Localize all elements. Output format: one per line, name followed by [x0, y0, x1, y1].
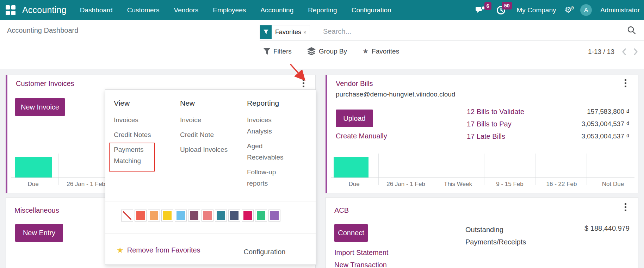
remove-from-favorites-button[interactable]: ★ Remove from Favorites	[117, 246, 200, 254]
stat-row: 12 Bills to Validate 157,583,800 ₫	[467, 107, 630, 117]
dropdown-header: Reporting	[247, 99, 296, 107]
create-manually-link[interactable]: Create Manually	[336, 132, 387, 140]
kebab-menu-icon[interactable]	[622, 202, 629, 212]
filter-funnel-icon	[264, 48, 270, 55]
breadcrumb: Accounting Dashboard	[7, 20, 78, 40]
journal-title[interactable]: Customer Invoices	[16, 80, 74, 88]
chart-label: 26 Jan - 1 Feb	[380, 181, 432, 188]
menu-item-invoices-analysis[interactable]: Invoices Analysis	[247, 114, 296, 137]
app-name[interactable]: Accounting	[22, 5, 67, 15]
stat-value: 157,583,800 ₫	[587, 108, 630, 116]
dropdown-header: New	[180, 99, 243, 107]
kebab-menu-icon[interactable]	[622, 79, 629, 88]
search-icon[interactable]	[627, 26, 636, 36]
late-bills-link[interactable]: 17 Late Bills	[467, 132, 505, 141]
chart-gridline	[58, 154, 59, 185]
new-entry-button[interactable]: New Entry	[15, 224, 63, 242]
menu-item-payments-matching[interactable]: Payments Matching	[114, 144, 167, 167]
dropdown-column-reporting: Reporting Invoices Analysis Aged Receiva…	[247, 99, 296, 193]
kebab-menu-icon[interactable]	[300, 79, 307, 88]
color-swatch[interactable]	[135, 210, 147, 222]
menu-item-credit-notes[interactable]: Credit Notes	[114, 129, 167, 141]
messages-icon[interactable]: 6	[476, 6, 485, 14]
favorites-button[interactable]: ★ Favorites	[363, 48, 399, 55]
pager-range: 1-13 / 13	[588, 48, 614, 56]
pager: 1-13 / 13	[588, 48, 638, 56]
menu-item-follow-up-reports[interactable]: Follow-up reports	[247, 167, 296, 189]
bills-to-validate-link[interactable]: 12 Bills to Validate	[467, 108, 524, 116]
journal-title[interactable]: Miscellaneous	[14, 206, 59, 214]
chart-gridline	[430, 154, 430, 185]
configuration-button[interactable]: Configuration	[213, 248, 316, 256]
color-swatch[interactable]	[255, 210, 267, 222]
new-invoice-button[interactable]: New Invoice	[15, 98, 65, 116]
color-swatch[interactable]	[228, 210, 240, 222]
chart-label: This Week	[432, 181, 484, 188]
color-swatch[interactable]	[202, 210, 213, 222]
settings-gears-icon[interactable]: ⚙⚙	[564, 6, 572, 14]
stat-row: 17 Late Bills 3,053,004,537 ₫	[467, 131, 630, 141]
control-row: Filters Group By ★ Favorites 1-13 / 13	[0, 42, 644, 68]
color-palette	[121, 210, 280, 222]
breadcrumb-search-row: Accounting Dashboard Favorites ×	[0, 20, 644, 42]
stat-value: $ 188,440.979	[584, 224, 630, 232]
messages-badge: 6	[484, 2, 491, 10]
menu-customers[interactable]: Customers	[127, 6, 160, 14]
bills-to-pay-link[interactable]: 17 Bills to Pay	[467, 120, 512, 128]
group-by-button[interactable]: Group By	[307, 47, 347, 55]
activities-icon[interactable]: 50	[496, 6, 506, 15]
journal-title[interactable]: ACB	[334, 206, 349, 214]
menu-accounting[interactable]: Accounting	[260, 6, 293, 14]
user-menu[interactable]: Administrator	[600, 6, 640, 14]
remove-facet-icon[interactable]: ×	[303, 29, 310, 35]
facet-label: Favorites	[272, 29, 303, 36]
filters-button[interactable]: Filters	[264, 48, 292, 55]
upload-button[interactable]: Upload	[336, 110, 373, 127]
menu-item-aged-receivables[interactable]: Aged Receivables	[247, 141, 296, 163]
avatar[interactable]: A	[580, 4, 592, 16]
chart-gridline	[535, 154, 535, 185]
menu-employees[interactable]: Employees	[213, 6, 246, 14]
color-swatch[interactable]	[148, 210, 160, 222]
search-facet-favorites[interactable]: Favorites ×	[260, 25, 310, 39]
color-swatch[interactable]	[268, 210, 280, 222]
chart-label: Due	[7, 181, 59, 188]
import-statement-link[interactable]: Import Statement	[334, 249, 388, 257]
topbar-right: 6 50 My Company ⚙⚙ A Administrator	[476, 4, 640, 16]
activities-badge: 50	[502, 2, 512, 10]
menu-item-credit-note[interactable]: Credit Note	[180, 129, 243, 141]
outstanding-payments-label[interactable]: Outstanding Payments/Receipts	[465, 224, 526, 248]
journal-title[interactable]: Vendor Bills	[336, 80, 373, 88]
menu-vendors[interactable]: Vendors	[174, 6, 199, 14]
color-swatch[interactable]	[161, 210, 173, 222]
chart-label: Not Due	[587, 181, 639, 188]
search-controls: Filters Group By ★ Favorites	[264, 47, 399, 55]
menu-dashboard[interactable]: Dashboard	[80, 6, 113, 14]
menu-configuration[interactable]: Configuration	[352, 6, 391, 14]
color-swatch[interactable]	[215, 210, 227, 222]
menu-item-invoices[interactable]: Invoices	[114, 114, 167, 126]
dropdown-header: View	[114, 99, 167, 107]
chart-label: 26 Jan - 1 Feb	[60, 181, 112, 188]
color-swatch-none[interactable]	[121, 210, 133, 222]
color-swatch[interactable]	[188, 210, 200, 222]
menu-item-upload-invoices[interactable]: Upload Invoices	[180, 144, 243, 155]
color-swatch[interactable]	[175, 210, 187, 222]
connect-button[interactable]: Connect	[334, 224, 368, 242]
chart-gridline	[587, 154, 587, 185]
company-switcher[interactable]: My Company	[517, 6, 556, 14]
menu-reporting[interactable]: Reporting	[308, 6, 337, 14]
stat-row: 17 Bills to Pay 3,053,004,537 ₫	[467, 119, 630, 129]
chart-label: 16 - 22 Feb	[536, 181, 587, 188]
new-transaction-link[interactable]: New Transaction	[334, 261, 387, 268]
apps-grid-icon[interactable]	[6, 5, 16, 15]
menu-item-invoice[interactable]: Invoice	[180, 114, 243, 126]
pager-prev-icon[interactable]	[621, 48, 626, 56]
dropdown-divider	[105, 201, 316, 201]
search-divider	[260, 40, 644, 40]
chart-label: 9 - 15 Feb	[484, 181, 535, 188]
star-icon: ★	[363, 48, 369, 55]
color-swatch[interactable]	[242, 210, 254, 222]
pager-next-icon[interactable]	[633, 48, 638, 56]
search-input[interactable]	[322, 25, 521, 38]
